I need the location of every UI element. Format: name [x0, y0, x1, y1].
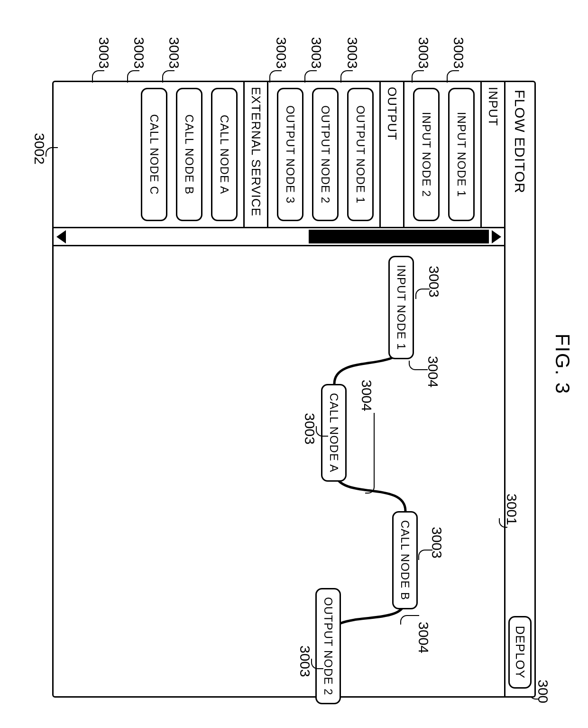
leader	[127, 70, 139, 83]
leader	[400, 615, 419, 625]
leader	[304, 70, 317, 83]
leader	[412, 70, 424, 83]
ref-3003: 3003	[131, 37, 147, 69]
canvas-node-output-2[interactable]: OUTPUT NODE 2	[315, 588, 341, 704]
palette-section-header: EXTERNAL SERVICE	[243, 82, 267, 227]
figure-title: FIG. 3	[551, 0, 574, 728]
ref-3003: 3003	[450, 37, 467, 69]
ref-3003: 3003	[297, 645, 313, 677]
ref-3002: 3002	[31, 133, 47, 165]
palette-node[interactable]: CALL NODE C	[141, 88, 167, 221]
leader	[418, 550, 432, 560]
deploy-button[interactable]: DEPLOY	[508, 616, 532, 689]
ref-3004: 3004	[415, 622, 432, 653]
ref-3003: 3003	[273, 37, 289, 69]
leader	[409, 361, 428, 370]
palette-node[interactable]: OUTPUT NODE 1	[347, 88, 374, 221]
canvas[interactable]: INPUT NODE 1 CALL NODE A CALL NODE B OUT…	[54, 246, 504, 696]
leader	[92, 70, 104, 83]
scrollbar[interactable]	[54, 228, 504, 246]
palette: INPUT INPUT NODE 1 INPUT NODE 2 OUTPUT O…	[54, 82, 504, 228]
canvas-node-input-1[interactable]: INPUT NODE 1	[388, 256, 414, 359]
leader	[447, 70, 459, 83]
ref-3003: 3003	[344, 37, 360, 69]
palette-node[interactable]: CALL NODE A	[211, 88, 238, 221]
window: FLOW EDITOR DEPLOY INPUT INPUT NODE 1 IN…	[52, 81, 536, 698]
leader	[46, 147, 58, 157]
ref-3003: 3003	[302, 413, 318, 445]
leader	[365, 413, 375, 494]
ref-3004: 3004	[358, 380, 375, 411]
titlebar: FLOW EDITOR DEPLOY	[504, 82, 534, 696]
scroll-up-icon[interactable]	[492, 230, 501, 243]
ref-3003: 3003	[166, 37, 182, 69]
palette-section-header: INPUT	[480, 82, 504, 227]
palette-section-header: OUTPUT	[379, 82, 403, 227]
leader	[415, 289, 430, 299]
wires	[54, 246, 504, 696]
window-title: FLOW EDITOR	[512, 90, 528, 194]
ref-3003: 3003	[96, 37, 112, 69]
ref-3003: 3003	[308, 37, 324, 69]
palette-node[interactable]: OUTPUT NODE 2	[312, 88, 339, 221]
canvas-node-call-b[interactable]: CALL NODE B	[392, 511, 418, 609]
palette-node[interactable]: INPUT NODE 2	[413, 88, 440, 221]
leader	[269, 70, 282, 83]
palette-node[interactable]: OUTPUT NODE 3	[277, 88, 303, 221]
leader	[162, 70, 175, 83]
leader	[340, 70, 353, 83]
scroll-thumb[interactable]	[309, 230, 489, 243]
palette-node[interactable]: CALL NODE B	[176, 88, 202, 221]
ref-3003: 3003	[415, 37, 432, 69]
scroll-down-icon[interactable]	[56, 230, 66, 243]
palette-node[interactable]: INPUT NODE 1	[448, 88, 475, 221]
